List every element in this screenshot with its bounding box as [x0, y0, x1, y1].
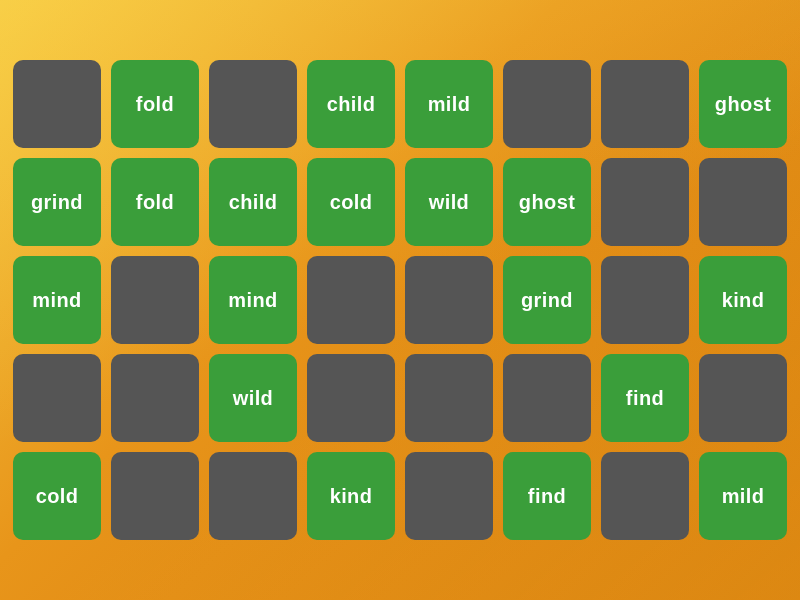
cell-child-1-2[interactable]: child: [209, 158, 297, 246]
cell-label: find: [528, 485, 566, 508]
cell-wild-1-4[interactable]: wild: [405, 158, 493, 246]
cell-label: cold: [330, 191, 373, 214]
cell-empty-3-0[interactable]: [13, 354, 101, 442]
cell-empty-0-6[interactable]: [601, 60, 689, 148]
cell-label: child: [229, 191, 278, 214]
cell-label: wild: [429, 191, 470, 214]
cell-empty-4-1[interactable]: [111, 452, 199, 540]
cell-label: ghost: [519, 191, 575, 214]
cell-label: find: [626, 387, 664, 410]
cell-empty-0-5[interactable]: [503, 60, 591, 148]
cell-empty-3-5[interactable]: [503, 354, 591, 442]
cell-grind-2-5[interactable]: grind: [503, 256, 591, 344]
word-grid: foldchildmildghostgrindfoldchildcoldwild…: [13, 60, 787, 540]
cell-mild-4-7[interactable]: mild: [699, 452, 787, 540]
cell-cold-4-0[interactable]: cold: [13, 452, 101, 540]
cell-label: mind: [228, 289, 277, 312]
cell-label: grind: [31, 191, 83, 214]
cell-fold-0-1[interactable]: fold: [111, 60, 199, 148]
cell-ghost-0-7[interactable]: ghost: [699, 60, 787, 148]
cell-empty-4-2[interactable]: [209, 452, 297, 540]
cell-empty-2-1[interactable]: [111, 256, 199, 344]
cell-cold-1-3[interactable]: cold: [307, 158, 395, 246]
cell-label: ghost: [715, 93, 771, 116]
cell-label: grind: [521, 289, 573, 312]
cell-empty-2-4[interactable]: [405, 256, 493, 344]
cell-mind-2-0[interactable]: mind: [13, 256, 101, 344]
cell-empty-2-3[interactable]: [307, 256, 395, 344]
cell-label: kind: [722, 289, 765, 312]
cell-label: mild: [722, 485, 765, 508]
cell-label: mild: [428, 93, 471, 116]
cell-mild-0-4[interactable]: mild: [405, 60, 493, 148]
cell-empty-0-0[interactable]: [13, 60, 101, 148]
cell-label: mind: [32, 289, 81, 312]
cell-label: fold: [136, 191, 174, 214]
cell-empty-4-4[interactable]: [405, 452, 493, 540]
cell-empty-3-1[interactable]: [111, 354, 199, 442]
cell-grind-1-0[interactable]: grind: [13, 158, 101, 246]
cell-child-0-3[interactable]: child: [307, 60, 395, 148]
cell-empty-4-6[interactable]: [601, 452, 689, 540]
cell-label: kind: [330, 485, 373, 508]
cell-empty-3-4[interactable]: [405, 354, 493, 442]
cell-label: cold: [36, 485, 79, 508]
cell-kind-4-3[interactable]: kind: [307, 452, 395, 540]
cell-label: child: [327, 93, 376, 116]
cell-empty-1-6[interactable]: [601, 158, 689, 246]
cell-kind-2-7[interactable]: kind: [699, 256, 787, 344]
cell-empty-3-7[interactable]: [699, 354, 787, 442]
cell-empty-1-7[interactable]: [699, 158, 787, 246]
cell-fold-1-1[interactable]: fold: [111, 158, 199, 246]
cell-find-3-6[interactable]: find: [601, 354, 689, 442]
cell-wild-3-2[interactable]: wild: [209, 354, 297, 442]
cell-empty-2-6[interactable]: [601, 256, 689, 344]
cell-ghost-1-5[interactable]: ghost: [503, 158, 591, 246]
cell-label: wild: [233, 387, 274, 410]
cell-find-4-5[interactable]: find: [503, 452, 591, 540]
cell-mind-2-2[interactable]: mind: [209, 256, 297, 344]
cell-label: fold: [136, 93, 174, 116]
cell-empty-0-2[interactable]: [209, 60, 297, 148]
cell-empty-3-3[interactable]: [307, 354, 395, 442]
